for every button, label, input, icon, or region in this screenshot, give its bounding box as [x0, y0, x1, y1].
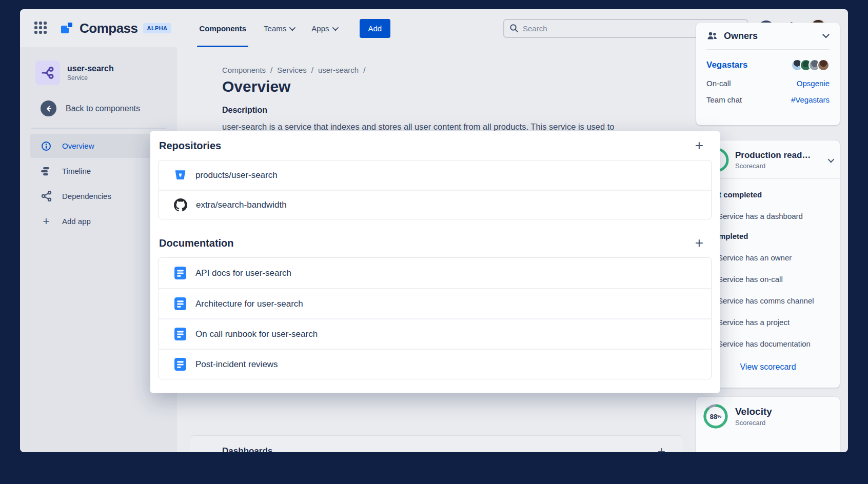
breadcrumb-user-search[interactable]: user-search — [318, 66, 359, 74]
plus-icon: + — [41, 216, 52, 227]
document-icon — [174, 297, 187, 311]
service-name: user-search — [67, 64, 114, 73]
team-chat-label: Team chat — [706, 95, 742, 104]
document-name: On call runbook for user-search — [195, 329, 318, 339]
oncall-label: On-call — [706, 79, 731, 88]
bitbucket-icon — [174, 169, 187, 182]
documentation-row[interactable]: On call runbook for user-search — [159, 318, 711, 349]
github-icon — [174, 198, 187, 212]
sidebar-item-label: Overview — [62, 142, 94, 150]
opsgenie-link[interactable]: Opsgenie — [797, 79, 830, 88]
breadcrumb-components[interactable]: Components — [222, 66, 266, 74]
team-link[interactable]: Vegastars — [706, 60, 795, 70]
sidebar-item-add-app[interactable]: + Add app — [30, 209, 167, 233]
spotlight-panel: Repositories + products/user-search extr… — [150, 131, 720, 393]
service-header: user-search Service — [20, 47, 177, 85]
sidebar-item-timeline[interactable]: Timeline — [30, 159, 167, 183]
velocity-card: 88% Velocity Scorecard — [696, 397, 840, 452]
documentation-row[interactable]: API docs for user-search — [159, 258, 711, 288]
add-button[interactable]: Add — [360, 19, 391, 38]
divider — [706, 49, 830, 50]
nav-item-components[interactable]: Components — [199, 9, 246, 47]
dashboards-title: Dashboards — [222, 446, 272, 452]
document-name: API docs for user-search — [195, 268, 291, 278]
nav-item-teams[interactable]: Teams — [264, 9, 294, 47]
document-name: Architecture for user-search — [195, 299, 303, 309]
documentation-list: API docs for user-search Architecture fo… — [159, 257, 712, 379]
documentation-row[interactable]: Post-incident reviews — [159, 349, 711, 379]
info-icon — [41, 141, 52, 151]
team-chat-link[interactable]: #Vegastars — [791, 95, 830, 104]
description-heading: Description — [222, 106, 267, 115]
repositories-list: products/user-search extra/search-bandwi… — [159, 160, 712, 219]
production-subtitle: Scorecard — [735, 162, 813, 170]
nav-item-apps[interactable]: Apps — [311, 9, 337, 47]
owners-card: Owners Vegastars On-call Opsgenie Team c… — [696, 23, 840, 125]
back-label: Back to components — [66, 104, 140, 113]
repository-row[interactable]: extra/search-bandwidth — [159, 190, 711, 219]
brand-name: Compass — [80, 21, 138, 36]
document-icon — [174, 266, 187, 280]
chevron-down-icon[interactable] — [828, 156, 835, 163]
production-title: Production readiness — [735, 150, 813, 160]
sidebar-item-dependencies[interactable]: Dependencies — [30, 184, 167, 208]
velocity-title: Velocity — [735, 406, 772, 417]
sidebar-item-label: Timeline — [62, 167, 91, 175]
alpha-badge: ALPHA — [143, 23, 172, 33]
sidebar-item-label: Dependencies — [62, 192, 111, 200]
page-title: Overview — [222, 78, 290, 95]
search-icon — [509, 24, 519, 33]
add-dashboard-button[interactable]: + — [658, 445, 665, 452]
velocity-progress-ring: 88% — [703, 404, 728, 429]
team-avatars[interactable] — [795, 59, 830, 71]
chevron-down-icon — [289, 24, 296, 31]
timeline-icon — [41, 166, 52, 176]
back-to-components[interactable]: Back to components — [20, 85, 177, 116]
chevron-down-icon — [332, 24, 339, 31]
document-name: Post-incident reviews — [195, 359, 278, 370]
dependencies-icon — [41, 191, 52, 201]
add-repository-button[interactable]: + — [695, 138, 703, 153]
compass-logo-icon — [59, 21, 74, 36]
breadcrumb-services[interactable]: Services — [277, 66, 307, 74]
avatar — [817, 59, 830, 71]
documentation-title: Documentation — [159, 237, 234, 249]
repositories-title: Repositories — [159, 140, 221, 152]
service-type: Service — [67, 74, 114, 82]
add-documentation-button[interactable]: + — [695, 236, 703, 250]
repository-name: extra/search-bandwidth — [196, 200, 287, 210]
back-arrow-icon — [41, 100, 56, 116]
breadcrumb: Components / Services / user-search / — [222, 66, 365, 74]
app-window: Compass ALPHA Components Teams Apps Add — [20, 9, 848, 452]
service-icon — [35, 60, 60, 85]
people-icon — [706, 31, 718, 41]
collapse-chevron-icon[interactable] — [822, 34, 830, 38]
sidebar-item-label: Add app — [62, 217, 91, 226]
app-switcher-icon[interactable] — [34, 22, 48, 35]
owners-title: Owners — [724, 31, 816, 42]
sidebar-item-overview[interactable]: Overview — [30, 134, 167, 158]
brand[interactable]: Compass ALPHA — [59, 21, 171, 36]
document-icon — [174, 357, 187, 371]
dashboards-section: Dashboards + — [190, 436, 683, 452]
repository-name: products/user-search — [195, 170, 278, 180]
repository-row[interactable]: products/user-search — [159, 160, 711, 190]
velocity-subtitle: Scorecard — [735, 419, 772, 427]
document-icon — [174, 327, 187, 341]
documentation-row[interactable]: Architecture for user-search — [159, 288, 711, 318]
divider — [31, 128, 166, 129]
